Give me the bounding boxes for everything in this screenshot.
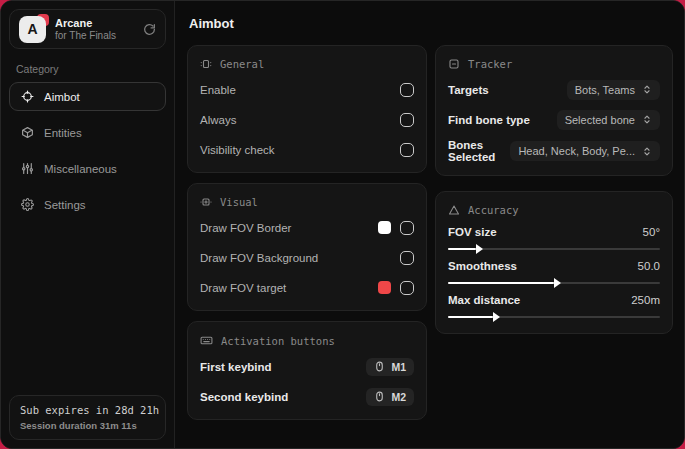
draw-fov-background-checkbox[interactable] (400, 251, 414, 265)
chevron-up-down-icon (642, 146, 652, 157)
find-bone-type-select[interactable]: Selected bone (557, 110, 660, 130)
visibility-check-checkbox[interactable] (400, 143, 414, 157)
setting-row-draw-fov-background: Draw FOV Background (200, 247, 414, 268)
keyboard-icon (200, 334, 213, 347)
slider-thumb[interactable] (554, 278, 561, 288)
targets-select[interactable]: Bots, Teams (567, 80, 660, 100)
fov-size-slider[interactable] (448, 248, 660, 250)
setting-label: Second keybind (200, 391, 366, 403)
card-title-text: Activation buttons (221, 335, 335, 347)
setting-row-visibility-check: Visibility check (200, 139, 414, 160)
setting-row-find-bone-type: Find bone type Selected bone (448, 109, 660, 130)
sliders-icon (21, 162, 34, 175)
setting-label: Enable (200, 84, 400, 96)
fov-target-color-swatch[interactable] (378, 281, 391, 294)
setting-label: Find bone type (448, 114, 557, 126)
enable-checkbox[interactable] (400, 83, 414, 97)
setting-label: Max distance (448, 294, 631, 306)
subscription-status-card: Sub expires in 28d 21h Session duration … (9, 395, 166, 440)
setting-row-second-keybind: Second keybind M2 (200, 386, 414, 407)
keybind-value: M1 (391, 361, 406, 373)
visual-card: Visual Draw FOV Border Draw FOV Backgrou… (187, 183, 427, 311)
setting-label: Always (200, 114, 400, 126)
session-duration-text: Session duration 31m 11s (20, 420, 155, 431)
chevron-up-down-icon (642, 84, 652, 95)
bones-selected-select[interactable]: Head, Neck, Body, Pe... (510, 141, 660, 161)
smoothness-value: 50.0 (638, 260, 660, 272)
mouse-icon (374, 391, 385, 402)
setting-row-always: Always (200, 109, 414, 130)
setting-row-draw-fov-border: Draw FOV Border (200, 217, 414, 238)
brand-text: Arcane for The Finals (55, 17, 116, 41)
card-title-text: Tracker (468, 58, 512, 70)
cube-icon (21, 126, 34, 139)
setting-row-bones-selected: Bones Selected Head, Neck, Body, Pe... (448, 139, 660, 163)
max-distance-value: 250m (631, 294, 660, 306)
select-value: Selected bone (565, 114, 635, 126)
card-title-text: Visual (220, 196, 258, 208)
brand-card: A Arcane for The Finals (9, 9, 166, 49)
sidebar-item-label: Miscellaneous (44, 163, 117, 175)
card-title-text: Accuracy (468, 204, 519, 216)
sidebar-item-aimbot[interactable]: Aimbot (9, 82, 166, 111)
right-column: Tracker Targets Bots, Teams (435, 45, 673, 334)
setting-row-fov-size: FOV size 50° (448, 226, 660, 250)
sidebar-item-entities[interactable]: Entities (9, 118, 166, 147)
fov-size-value: 50° (643, 226, 660, 238)
setting-label: Visibility check (200, 144, 400, 156)
setting-row-targets: Targets Bots, Teams (448, 79, 660, 100)
left-column: General Enable Always Visibility check (187, 45, 427, 420)
setting-label: First keybind (200, 361, 366, 373)
setting-row-smoothness: Smoothness 50.0 (448, 260, 660, 284)
category-label: Category (16, 63, 159, 75)
visual-icon (200, 196, 212, 208)
setting-row-first-keybind: First keybind M1 (200, 356, 414, 377)
tracker-icon (448, 58, 460, 70)
crosshair-icon (21, 90, 34, 103)
setting-label: Targets (448, 84, 567, 96)
slider-thumb[interactable] (493, 312, 500, 322)
sidebar-item-settings[interactable]: Settings (9, 190, 166, 219)
sidebar-item-miscellaneous[interactable]: Miscellaneous (9, 154, 166, 183)
setting-label: Draw FOV Background (200, 252, 400, 264)
max-distance-slider[interactable] (448, 316, 660, 318)
general-card: General Enable Always Visibility check (187, 45, 427, 173)
setting-row-draw-fov-target: Draw FOV target (200, 277, 414, 298)
tracker-card: Tracker Targets Bots, Teams (435, 45, 673, 176)
draw-fov-target-checkbox[interactable] (400, 281, 414, 295)
always-checkbox[interactable] (400, 113, 414, 127)
mouse-icon (374, 361, 385, 372)
setting-label: Bones Selected (448, 139, 510, 163)
setting-row-max-distance: Max distance 250m (448, 294, 660, 318)
app-window: A Arcane for The Finals Category Aimbot (0, 0, 685, 449)
smoothness-slider[interactable] (448, 282, 660, 284)
select-value: Head, Neck, Body, Pe... (518, 145, 635, 157)
app-subtitle: for The Finals (55, 30, 116, 42)
general-icon (200, 58, 212, 70)
app-name: Arcane (55, 17, 116, 30)
accuracy-card: Accuracy FOV size 50° (435, 191, 673, 334)
setting-label: FOV size (448, 226, 643, 238)
triangle-icon (448, 204, 460, 216)
fov-border-color-swatch[interactable] (378, 221, 391, 234)
second-keybind-button[interactable]: M2 (366, 388, 414, 406)
keybind-value: M2 (391, 391, 406, 403)
activation-buttons-card: Activation buttons First keybind M1 (187, 321, 427, 420)
setting-label: Draw FOV Border (200, 222, 378, 234)
gear-icon (21, 198, 34, 211)
draw-fov-border-checkbox[interactable] (400, 221, 414, 235)
sub-expiry-text: Sub expires in 28d 21h (20, 404, 155, 416)
setting-label: Draw FOV target (200, 282, 378, 294)
sidebar: A Arcane for The Finals Category Aimbot (1, 1, 175, 448)
select-value: Bots, Teams (575, 84, 635, 96)
slider-thumb[interactable] (476, 244, 483, 254)
setting-row-enable: Enable (200, 79, 414, 100)
refresh-icon[interactable] (143, 23, 156, 36)
sidebar-item-label: Entities (44, 127, 82, 139)
sidebar-item-label: Aimbot (44, 91, 80, 103)
setting-label: Smoothness (448, 260, 638, 272)
first-keybind-button[interactable]: M1 (366, 358, 414, 376)
card-title-text: General (220, 58, 264, 70)
chevron-up-down-icon (642, 114, 652, 125)
logo-letter: A (19, 16, 46, 43)
